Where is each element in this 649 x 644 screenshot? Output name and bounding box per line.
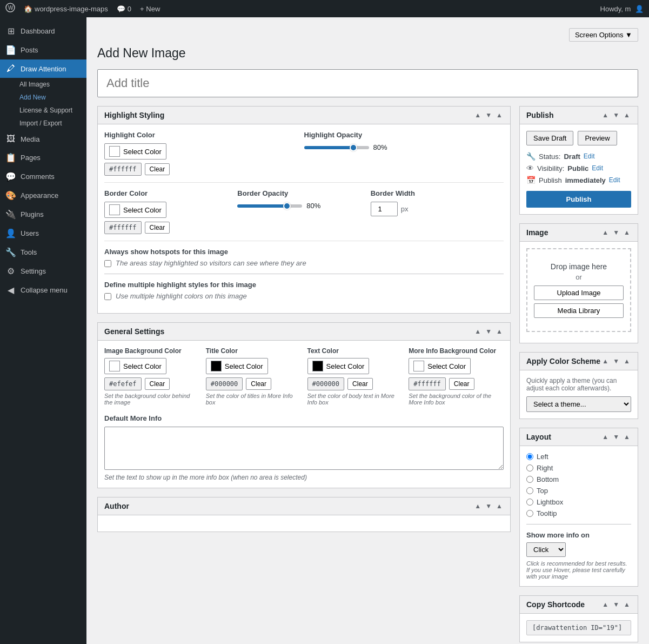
publish-immediately: immediately: [565, 176, 606, 184]
layout-right-option[interactable]: Right: [526, 464, 631, 472]
save-draft-button[interactable]: Save Draft: [526, 131, 573, 145]
title-input[interactable]: [97, 69, 638, 97]
status-edit-link[interactable]: Edit: [584, 152, 595, 160]
image-bg-select-button[interactable]: Select Color: [104, 358, 166, 374]
image-down-btn[interactable]: ▼: [612, 229, 620, 236]
publish-button[interactable]: Publish: [526, 191, 631, 208]
more-info-bg-select-button[interactable]: Select Color: [409, 358, 471, 374]
publish-toggle-btn[interactable]: ▲: [623, 111, 631, 119]
preview-button[interactable]: Preview: [578, 131, 617, 145]
metabox-up-btn[interactable]: ▲: [473, 111, 482, 119]
calendar-icon: 📅: [526, 176, 536, 184]
layout-lightbox-radio[interactable]: [526, 499, 533, 506]
show-more-dropdown[interactable]: Click Hover: [526, 542, 566, 557]
sidebar-item-pages[interactable]: 📋 Pages: [0, 148, 86, 167]
layout-tooltip-radio[interactable]: [526, 510, 533, 517]
layout-top-option[interactable]: Top: [526, 487, 631, 495]
image-panel: Image ▲ ▼ ▲ Drop image here or Upload Im…: [519, 223, 638, 343]
metabox-down-btn[interactable]: ▼: [484, 111, 493, 119]
general-settings-controls: ▲ ▼ ▲: [473, 328, 504, 335]
layout-toggle-btn[interactable]: ▲: [623, 433, 631, 441]
layout-left-option[interactable]: Left: [526, 453, 631, 461]
gen-toggle-btn[interactable]: ▲: [495, 328, 504, 335]
border-color-select-button[interactable]: Select Color: [104, 202, 166, 218]
sidebar-item-dashboard[interactable]: ⊞ Dashboard: [0, 22, 86, 41]
layout-right-radio[interactable]: [526, 464, 533, 472]
sidebar-item-draw-attention[interactable]: 🖍 Draw Attention: [0, 59, 86, 78]
media-library-button[interactable]: Media Library: [534, 303, 624, 318]
highlight-color-select-button[interactable]: Select Color: [104, 143, 166, 160]
publish-up-btn[interactable]: ▲: [601, 111, 610, 119]
highlight-opacity-slider[interactable]: [304, 146, 369, 149]
upload-image-button[interactable]: Upload Image: [534, 286, 624, 300]
general-settings-header[interactable]: General Settings ▲ ▼ ▲: [98, 323, 510, 341]
scheme-down-btn[interactable]: ▼: [612, 357, 620, 365]
always-show-checkbox[interactable]: [104, 260, 111, 267]
multiple-styles-checkbox[interactable]: [104, 293, 111, 300]
sidebar-item-posts[interactable]: 📄 Posts: [0, 41, 86, 59]
shortcode-toggle-btn[interactable]: ▲: [623, 601, 631, 608]
status-label: Status:: [539, 152, 560, 161]
topbar-site[interactable]: 🏠 wordpress-image-maps: [24, 5, 108, 13]
author-down-btn[interactable]: ▼: [484, 502, 493, 510]
theme-select[interactable]: Select a theme...: [526, 396, 631, 412]
sidebar-item-comments[interactable]: 💬 Comments: [0, 167, 86, 186]
sidebar-item-collapse[interactable]: ◀ Collapse menu: [0, 281, 86, 300]
screen-options-button[interactable]: Screen Options ▼: [569, 28, 638, 42]
author-toggle-btn[interactable]: ▲: [495, 502, 504, 510]
sidebar-item-plugins[interactable]: 🔌 Plugins: [0, 205, 86, 224]
gen-down-btn[interactable]: ▼: [484, 328, 493, 335]
sidebar-item-appearance[interactable]: 🎨 Appearance: [0, 186, 86, 205]
layout-down-btn[interactable]: ▼: [612, 433, 620, 441]
highlight-styling-header[interactable]: Highlight Styling ▲ ▼ ▲: [98, 107, 510, 124]
author-up-btn[interactable]: ▲: [473, 502, 482, 510]
layout-up-btn[interactable]: ▲: [601, 433, 610, 441]
layout-top-radio[interactable]: [526, 487, 533, 494]
sidebar-item-add-new[interactable]: Add New: [14, 91, 86, 104]
sidebar-item-all-images[interactable]: All Images: [14, 78, 86, 91]
image-bg-hex: #efefef: [104, 377, 142, 390]
layout-lightbox-option[interactable]: Lightbox: [526, 498, 631, 506]
layout-left-radio[interactable]: [526, 453, 533, 460]
visibility-edit-link[interactable]: Edit: [592, 164, 603, 172]
topbar-howdy: Howdy, m 👤: [600, 5, 644, 13]
image-bg-clear-button[interactable]: Clear: [145, 378, 170, 390]
title-color-select-button[interactable]: Select Color: [206, 358, 268, 374]
wp-logo-icon[interactable]: W: [5, 3, 15, 15]
publish-down-btn[interactable]: ▼: [612, 111, 620, 119]
image-toggle-btn[interactable]: ▲: [623, 229, 631, 236]
layout-tooltip-option[interactable]: Tooltip: [526, 509, 631, 517]
sidebar-item-users[interactable]: 👤 Users: [0, 224, 86, 243]
publish-date-edit-link[interactable]: Edit: [609, 176, 620, 184]
general-settings-title: General Settings: [104, 327, 164, 336]
border-width-number-input[interactable]: [371, 202, 398, 216]
metabox-toggle-btn[interactable]: ▲: [495, 111, 504, 119]
image-up-btn[interactable]: ▲: [601, 229, 610, 236]
text-color-clear-button[interactable]: Clear: [347, 378, 373, 390]
title-color-clear-button[interactable]: Clear: [246, 378, 271, 390]
topbar-comments[interactable]: 💬 0: [117, 5, 131, 13]
shortcode-up-btn[interactable]: ▲: [601, 601, 610, 608]
sidebar-item-media[interactable]: 🖼 Media: [0, 130, 86, 148]
shortcode-down-btn[interactable]: ▼: [612, 601, 620, 608]
title-color-desc: Set the color of titles in More Info box: [206, 393, 301, 406]
main-content: Screen Options ▼ Add New Image Highlight…: [86, 17, 649, 644]
layout-bottom-radio[interactable]: [526, 476, 533, 483]
default-more-info-textarea[interactable]: [104, 427, 504, 470]
author-header[interactable]: Author ▲ ▼ ▲: [98, 497, 510, 515]
shortcode-value[interactable]: [drawattention ID="19"]: [526, 620, 631, 635]
sidebar-item-license-support[interactable]: License & Support: [14, 104, 86, 117]
border-opacity-slider[interactable]: [237, 204, 302, 208]
sidebar-item-import-export[interactable]: Import / Export: [14, 117, 86, 130]
topbar-new[interactable]: + New: [140, 5, 160, 13]
layout-bottom-option[interactable]: Bottom: [526, 475, 631, 483]
scheme-toggle-btn[interactable]: ▲: [623, 357, 631, 365]
highlight-clear-button[interactable]: Clear: [145, 163, 170, 175]
text-color-select-button[interactable]: Select Color: [307, 358, 370, 374]
sidebar-item-tools[interactable]: 🔧 Tools: [0, 243, 86, 262]
more-info-bg-clear-button[interactable]: Clear: [449, 378, 474, 390]
sidebar-item-settings[interactable]: ⚙ Settings: [0, 262, 86, 281]
border-clear-button[interactable]: Clear: [145, 222, 170, 234]
gen-up-btn[interactable]: ▲: [473, 328, 482, 335]
scheme-up-btn[interactable]: ▲: [601, 357, 610, 365]
